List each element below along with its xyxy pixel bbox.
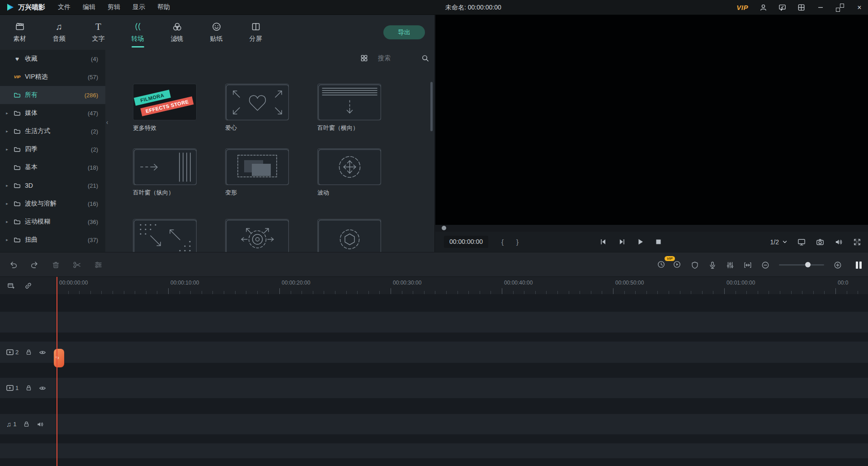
zoom-out-icon[interactable] [761,261,769,269]
menu-edit[interactable]: 编辑 [83,3,95,11]
timeline-layout-toggle-icon[interactable] [856,262,862,269]
volume-icon[interactable] [835,238,843,246]
dots-diagonal-thumbnail[interactable] [133,219,197,252]
transition-item-gear[interactable] [317,219,381,252]
expand-arrow-icon[interactable]: ▸ [5,219,9,224]
lock-icon[interactable] [23,421,30,428]
sidebar-item-media[interactable]: ▸ 媒体 (47) [0,104,105,122]
timeline-clip[interactable]: 6 [54,349,64,367]
expand-arrow-icon[interactable]: ▸ [5,129,9,133]
workspace-layout-icon[interactable] [797,4,805,11]
sidebar-item-seasons[interactable]: ▸ 四季 (2) [0,140,105,158]
shield-icon[interactable] [691,261,699,269]
tab-text[interactable]: T 文字 [79,15,118,50]
expand-arrow-icon[interactable]: ▸ [5,238,9,242]
transition-item-wave[interactable]: 波动 [317,148,381,197]
expand-arrow-icon[interactable]: ▸ [5,111,9,115]
mark-in-button[interactable]: { [501,238,504,246]
video-preview[interactable] [435,15,868,225]
sidebar-item-3d[interactable]: ▸ 3D (21) [0,176,105,195]
vip-badge[interactable]: VIP [736,4,748,11]
playback-quality-dropdown[interactable]: 1/2 [770,238,787,246]
transition-item-love-heart[interactable]: 爱心 [225,84,289,132]
tab-transition[interactable]: 转场 [118,15,157,50]
record-voiceover-icon[interactable] [708,261,717,269]
blinds-horizontal-thumbnail[interactable] [317,84,381,120]
sidebar-item-ripple-dissolve[interactable]: ▸ 波纹与溶解 (16) [0,195,105,213]
grid-view-icon[interactable] [360,54,368,62]
undo-icon[interactable] [9,261,18,269]
audio-mixer-icon[interactable] [726,261,734,269]
timeline-ruler[interactable]: 00:00:00:00 00:00:10:00 00:00:20:00 00:0… [57,277,868,294]
transition-item-morph[interactable]: 变形 [225,148,289,197]
preview-seekbar[interactable] [435,225,868,232]
timeline-body[interactable]: 2 1 ♫ 1 [0,294,868,466]
fit-display-icon[interactable] [797,238,806,246]
audio-track-1-band[interactable] [0,414,868,434]
close-button[interactable]: × [855,4,863,12]
transition-item-radar[interactable] [225,219,289,252]
auto-ripple-icon[interactable] [744,261,752,269]
menu-file[interactable]: 文件 [58,3,71,11]
mark-out-button[interactable]: } [516,238,519,246]
expand-arrow-icon[interactable]: ▸ [5,183,9,188]
sidebar-item-all[interactable]: 所有 (286) [0,86,105,104]
menu-view[interactable]: 显示 [132,3,145,11]
tab-splitscreen[interactable]: 分屏 [236,15,275,50]
zoom-slider-handle[interactable] [805,262,811,267]
timeline-empty-band[interactable] [0,312,868,333]
seekbar-handle[interactable] [442,226,446,230]
sidebar-item-motion-blur[interactable]: ▸ 运动模糊 (36) [0,213,105,231]
feedback-icon[interactable] [778,4,786,11]
visibility-eye-icon[interactable] [39,349,46,356]
tab-sticker[interactable]: 贴纸 [197,15,236,50]
next-frame-button[interactable] [618,238,625,245]
search-input[interactable] [378,54,418,62]
effects-store-thumbnail[interactable]: FILMORA EFFECTS STORE [133,84,197,120]
lock-icon[interactable] [25,349,32,356]
minimize-button[interactable] [816,4,825,11]
tab-audio[interactable]: ♫ 音频 [39,15,79,50]
gear-thumbnail[interactable] [317,219,381,252]
auto-render-icon[interactable] [673,260,681,270]
split-scissors-icon[interactable] [73,261,81,269]
account-icon[interactable] [760,4,767,11]
zoom-slider[interactable] [779,264,824,266]
lock-icon[interactable] [25,385,32,391]
snapshot-camera-icon[interactable] [816,238,824,246]
radar-thumbnail[interactable] [225,219,289,252]
heart-transition-thumbnail[interactable] [225,84,289,120]
play-button[interactable] [637,238,644,245]
wave-thumbnail[interactable] [317,148,381,185]
blinds-vertical-thumbnail[interactable] [133,148,197,185]
redo-icon[interactable] [30,261,39,269]
add-to-timeline-icon[interactable] [7,282,15,290]
sidebar-item-lifestyle[interactable]: ▸ 生活方式 (2) [0,122,105,140]
sidebar-item-favorites[interactable]: ♥ 收藏 (4) [0,50,105,68]
adjust-properties-icon[interactable] [94,261,103,269]
render-preview-icon[interactable] [657,260,665,270]
sidebar-item-vip[interactable]: VIP VIP精选 (57) [0,68,105,86]
menu-help[interactable]: 帮助 [157,3,170,11]
mute-speaker-icon[interactable] [37,421,44,428]
transition-item-more-effects[interactable]: FILMORA EFFECTS STORE 更多特效 [133,84,197,132]
menu-clip[interactable]: 剪辑 [108,3,120,11]
export-button[interactable]: 导出 [383,25,425,39]
fullscreen-icon[interactable] [853,238,861,246]
link-clips-icon[interactable] [24,282,32,290]
sidebar-collapse-handle[interactable]: ‹ [104,115,110,129]
transition-item-blinds-horizontal[interactable]: 百叶窗（横向） [317,84,381,132]
transition-item-dots-diagonal[interactable] [133,219,197,252]
sidebar-item-basic[interactable]: 基本 (18) [0,158,105,176]
tab-filter[interactable]: 滤镜 [157,15,197,50]
morph-thumbnail[interactable] [225,148,289,185]
video-track-2-band[interactable] [0,342,868,363]
browser-scrollbar[interactable] [430,82,433,131]
delete-icon[interactable] [52,261,60,269]
timeline-bottom-band[interactable] [0,443,868,458]
sidebar-item-distortion[interactable]: ▸ 扭曲 (37) [0,231,105,249]
expand-arrow-icon[interactable]: ▸ [5,201,9,206]
previous-frame-button[interactable] [600,238,607,245]
zoom-in-icon[interactable] [834,261,842,269]
visibility-eye-icon[interactable] [39,385,46,392]
